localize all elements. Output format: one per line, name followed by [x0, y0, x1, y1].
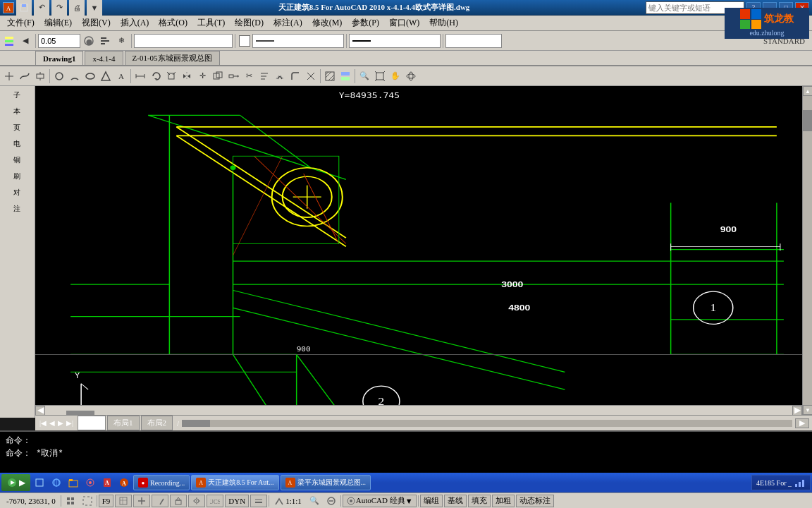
ducs-btn[interactable]: UCS	[207, 495, 223, 507]
layer-dropdown[interactable]: ByLayer ▼	[134, 34, 233, 48]
save-quick-btn[interactable]	[16, 0, 32, 16]
otrack-btn[interactable]	[188, 495, 205, 507]
layer-manager-btn[interactable]	[1, 33, 17, 49]
menu-file[interactable]: 文件(F)	[3, 16, 39, 30]
fill-btn[interactable]: 填充	[468, 495, 491, 507]
polar-btn[interactable]	[152, 495, 168, 507]
circle-btn[interactable]	[51, 68, 67, 84]
bold-btn[interactable]: 加粗	[492, 495, 515, 507]
osnap-btn[interactable]	[170, 495, 187, 507]
workspace-btn[interactable]: AutoCAD 经典 ▼	[343, 495, 417, 507]
sidebar-btn-0[interactable]: 子	[1, 87, 32, 103]
snap-btn[interactable]	[1, 68, 17, 84]
menu-annotate[interactable]: 标注(A)	[269, 16, 307, 30]
model-scrollbar[interactable]	[182, 420, 792, 427]
layer-freeze-btn[interactable]: ❄	[113, 33, 129, 49]
menu-modify[interactable]: 修改(M)	[308, 16, 347, 30]
scroll-up-btn[interactable]: ▲	[803, 86, 812, 96]
menu-window[interactable]: 窗口(W)	[385, 16, 424, 30]
layer-prev-btn[interactable]: ◀	[18, 33, 33, 49]
bezier-btn[interactable]	[17, 68, 32, 84]
trim-btn[interactable]: ✂	[241, 68, 257, 84]
stretch-btn[interactable]	[226, 68, 241, 84]
scroll-left-btn[interactable]: ◀	[35, 406, 45, 416]
tab-x411[interactable]: x-4.1-4	[85, 51, 123, 65]
scale-btn[interactable]	[164, 68, 179, 84]
dyn-btn[interactable]: DYN	[225, 495, 249, 507]
snap-btn[interactable]: F9	[99, 495, 114, 507]
track-btn[interactable]	[32, 68, 48, 84]
text-btn[interactable]: A	[113, 68, 129, 84]
properties-btn[interactable]	[97, 33, 113, 49]
explode-btn[interactable]	[303, 68, 319, 84]
fillet-btn[interactable]	[288, 68, 303, 84]
menu-param[interactable]: 参数(P)	[347, 16, 383, 30]
dynamic-ann-btn[interactable]: 动态标注	[516, 495, 554, 507]
sidebar-btn-6[interactable]: 对	[1, 185, 32, 200]
undo-btn[interactable]: ↶	[34, 0, 49, 16]
menu-help[interactable]: 帮助(H)	[425, 16, 462, 30]
offset-btn[interactable]	[272, 68, 288, 84]
menu-insert[interactable]: 插入(A)	[116, 16, 154, 30]
print-btn[interactable]: 🖨	[69, 0, 85, 16]
copy-btn[interactable]	[210, 68, 226, 84]
arc-btn[interactable]	[67, 68, 82, 84]
tab-drawing1[interactable]: Drawing1	[35, 51, 83, 65]
vertical-scrollbar[interactable]: ▲ ▼	[802, 86, 812, 415]
sidebar-btn-1[interactable]: 本	[1, 104, 32, 119]
taskbar-autocad[interactable]: A 天正建筑8.5 For Aut...	[191, 475, 278, 490]
taskbar-recording[interactable]: ● Recording...	[133, 475, 190, 490]
properties-match-btn[interactable]	[338, 68, 353, 84]
scroll-right-btn[interactable]: ▶	[792, 406, 802, 416]
model-scroll-thumb[interactable]	[182, 420, 210, 427]
menu-tools[interactable]: 工具(T)	[193, 16, 229, 30]
zoom-out-status[interactable]	[324, 493, 339, 509]
menu-draw[interactable]: 绘图(D)	[230, 16, 268, 30]
model-scroll-btn[interactable]: ▶	[795, 418, 809, 428]
horizontal-scrollbar[interactable]: ◀ ▶	[35, 405, 802, 415]
move-btn[interactable]: ✛	[195, 68, 210, 84]
tab-z0105[interactable]: Z-01-05东城丽景观总图	[125, 51, 220, 65]
ellipse-btn[interactable]	[82, 68, 98, 84]
ortho-btn[interactable]	[133, 495, 150, 507]
model-tab-layout1[interactable]: 布局1	[107, 416, 140, 430]
color-swatch[interactable]	[239, 35, 250, 47]
triangle-btn[interactable]	[98, 68, 113, 84]
rotate-btn[interactable]	[148, 68, 164, 84]
extend-btn[interactable]	[257, 68, 272, 84]
model-nav-first[interactable]: |◀	[38, 419, 48, 427]
group-btn[interactable]: 编组	[420, 495, 443, 507]
layer-state-btn[interactable]: ⬤	[81, 33, 97, 49]
model-tab-layout2[interactable]: 布局2	[141, 416, 173, 430]
scroll-down-btn[interactable]: ▼	[803, 405, 812, 415]
model-nav-last[interactable]: ▶|	[65, 419, 75, 427]
sidebar-btn-3[interactable]: 电	[1, 136, 32, 152]
menu-format[interactable]: 格式(O)	[154, 16, 192, 30]
hatch-btn[interactable]	[322, 68, 338, 84]
color-dropdown[interactable]: BYCOLOR ▼	[445, 34, 502, 48]
pan-btn[interactable]: ✋	[388, 68, 403, 84]
sidebar-btn-4[interactable]: 铜	[1, 152, 32, 168]
menu-view[interactable]: 视图(V)	[78, 16, 115, 30]
redo-btn[interactable]: ↷	[51, 0, 67, 16]
scale-display[interactable]: 1:1 :1	[271, 495, 305, 507]
baseline-btn[interactable]: 基线	[444, 495, 467, 507]
zoom-extents-btn[interactable]	[372, 68, 388, 84]
model-nav-next[interactable]: ▶	[56, 419, 65, 427]
start-button[interactable]: ▶	[1, 474, 30, 491]
linetype-dropdown[interactable]: ByLayer ▼	[252, 34, 344, 48]
sidebar-btn-2[interactable]: 页	[1, 120, 32, 135]
canvas-area[interactable]: Y=84935.745	[35, 86, 812, 430]
dropdown-btn[interactable]: ▼	[87, 0, 102, 16]
measure-btn[interactable]	[133, 68, 148, 84]
windows-explorer-btn[interactable]	[66, 475, 81, 490]
acrobat-btn[interactable]: A	[99, 475, 115, 490]
mirror-btn[interactable]	[179, 68, 195, 84]
taskbar-cad2[interactable]: A 梁平东城园景观总图...	[281, 475, 371, 490]
lwt-btn[interactable]	[250, 495, 267, 507]
show-desktop-btn[interactable]	[32, 475, 47, 490]
model-nav-prev[interactable]: ◀	[48, 419, 56, 427]
browser-btn[interactable]	[49, 475, 64, 490]
model-nav[interactable]: |◀ ◀ ▶ ▶|	[38, 419, 75, 427]
sidebar-btn-5[interactable]: 刷	[1, 169, 32, 184]
